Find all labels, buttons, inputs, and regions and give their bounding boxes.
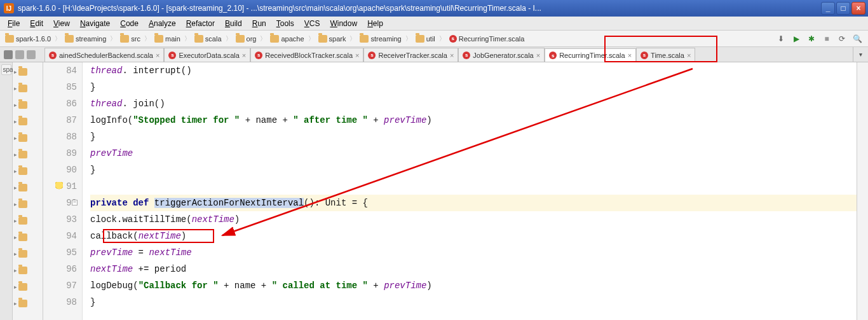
tree-row[interactable]: ▸	[13, 179, 43, 196]
tab-overflow-button[interactable]	[853, 47, 868, 62]
breadcrumb-label: streaming	[76, 35, 106, 43]
breadcrumb-streaming[interactable]: streaming	[62, 32, 109, 45]
tree-row[interactable]: ▸	[13, 295, 43, 312]
breadcrumb-label: spark-1.6.0	[16, 35, 51, 43]
breadcrumb-recurringtimer-scala[interactable]: sRecurringTimer.scala	[447, 32, 527, 45]
close-icon[interactable]: ×	[628, 52, 632, 59]
tree-row[interactable]: ▸	[13, 64, 43, 80]
code-line[interactable]: prevTime	[90, 145, 857, 162]
tree-row[interactable]: ▸	[13, 163, 43, 179]
project-tree[interactable]: ▸▸▸▸▸▸▸▸▸▸▸▸▸▸▸	[13, 62, 43, 320]
tab-ainedschedulerbackend-scala[interactable]: sainedSchedulerBackend.scala×	[44, 48, 164, 62]
breadcrumb: spark-1.6.0〉streaming〉src〉main〉scala〉org…	[3, 32, 775, 45]
code-line[interactable]: }	[90, 79, 857, 95]
tab-label: ainedSchedulerBackend.scala	[59, 52, 153, 59]
code-line[interactable]: clock.waitTillTime(nextTime)	[90, 211, 857, 228]
folder-icon	[18, 267, 27, 274]
menu-view[interactable]: View	[48, 17, 75, 30]
debug-button[interactable]: ✱	[806, 33, 817, 45]
menu-window[interactable]: Window	[325, 17, 362, 30]
tree-row[interactable]: ▸	[13, 113, 43, 130]
close-icon[interactable]: ×	[156, 52, 159, 59]
project-tool-icon[interactable]	[4, 50, 13, 59]
tab-time-scala[interactable]: sTime.scala×	[636, 48, 695, 62]
maximize-button[interactable]	[836, 2, 850, 15]
fold-toggle-icon[interactable]: −	[72, 200, 78, 205]
breadcrumb-spark[interactable]: spark	[316, 32, 349, 45]
close-icon[interactable]: ×	[536, 52, 540, 59]
expand-arrow-icon: ▸	[14, 234, 17, 240]
tree-row[interactable]: ▸	[13, 229, 43, 246]
menu-navigate[interactable]: Navigate	[75, 17, 115, 30]
breadcrumb-src[interactable]: src	[118, 32, 143, 45]
favorites-tool-icon[interactable]	[27, 50, 36, 59]
scala-file-icon: s	[368, 52, 376, 59]
tree-row[interactable]: ▸	[13, 279, 43, 295]
code-line[interactable]: thread. interrupt()	[90, 62, 857, 79]
code-editor[interactable]: 848586878889909192−939495969798 thread. …	[43, 62, 857, 320]
code-line[interactable]: nextTime += period	[90, 261, 857, 277]
breadcrumb-streaming[interactable]: streaming	[357, 32, 403, 45]
breadcrumb-scala[interactable]: scala	[192, 32, 224, 45]
close-icon[interactable]: ×	[355, 52, 359, 59]
menu-code[interactable]: Code	[115, 17, 144, 30]
tab-jobgenerator-scala[interactable]: sJobGenerator.scala×	[458, 48, 545, 62]
close-icon[interactable]: ×	[450, 52, 454, 59]
code-line[interactable]: private def triggerActionForNextInterval…	[90, 195, 857, 211]
tree-row[interactable]: ▸	[13, 246, 43, 262]
structure-tool-icon[interactable]	[15, 50, 24, 59]
breadcrumb-util[interactable]: util	[413, 32, 438, 45]
minimize-button[interactable]	[821, 2, 835, 15]
menu-analyze[interactable]: Analyze	[144, 17, 181, 30]
tab-recurringtimer-scala[interactable]: sRecurringTimer.scala×	[545, 48, 636, 62]
breadcrumb-org[interactable]: org	[233, 32, 259, 45]
code-line[interactable]	[90, 178, 857, 195]
tree-row[interactable]: ▸	[13, 130, 43, 146]
tree-row[interactable]: ▸	[13, 146, 43, 163]
menu-edit[interactable]: Edit	[25, 17, 48, 30]
line-number: 93	[43, 211, 77, 228]
code-line[interactable]: }	[90, 162, 857, 178]
code-line[interactable]: logDebug("Callback for " + name + " call…	[90, 277, 857, 294]
code-line[interactable]: thread. join()	[90, 95, 857, 112]
build-button[interactable]: ⬇	[775, 33, 787, 45]
update-button[interactable]: ⟳	[836, 33, 848, 45]
code-content[interactable]: thread. interrupt() } thread. join() log…	[83, 62, 857, 320]
tree-row[interactable]: ▸	[13, 80, 43, 97]
menu-run[interactable]: Run	[247, 17, 271, 30]
search-button[interactable]: 🔍	[851, 33, 863, 45]
run-button[interactable]: ▶	[790, 33, 802, 45]
tree-row[interactable]: ▸	[13, 212, 43, 229]
tab-receivedblocktracker-scala[interactable]: sReceivedBlockTracker.scala×	[250, 48, 363, 62]
menu-file[interactable]: File	[3, 17, 25, 30]
stop-button[interactable]: ■	[821, 33, 832, 45]
code-line[interactable]: prevTime = nextTime	[90, 244, 857, 261]
menu-vcs[interactable]: VCS	[299, 17, 325, 30]
expand-arrow-icon: ▸	[14, 168, 17, 174]
chevron-right-icon: 〉	[259, 34, 268, 43]
code-line[interactable]: }	[90, 294, 857, 310]
breadcrumb-spark-1-6-0[interactable]: spark-1.6.0	[3, 32, 53, 45]
close-icon[interactable]: ×	[687, 52, 691, 59]
menu-build[interactable]: Build	[220, 17, 247, 30]
close-window-button[interactable]	[851, 2, 865, 15]
menu-tools[interactable]: Tools	[271, 17, 299, 30]
code-line[interactable]: callback(nextTime)	[90, 228, 857, 244]
close-icon[interactable]: ×	[242, 52, 246, 59]
breadcrumb-apache[interactable]: apache	[268, 32, 306, 45]
tree-row[interactable]: ▸	[13, 196, 43, 212]
folder-icon	[154, 35, 163, 43]
line-number: 94	[43, 228, 77, 244]
left-rail-label[interactable]: spa	[1, 64, 11, 75]
menu-refactor[interactable]: Refactor	[181, 17, 220, 30]
tab-receivertracker-scala[interactable]: sReceiverTracker.scala×	[363, 48, 458, 62]
code-line[interactable]: }	[90, 129, 857, 145]
breadcrumb-main[interactable]: main	[152, 32, 183, 45]
lightbulb-icon[interactable]	[55, 182, 63, 191]
menu-help[interactable]: Help	[362, 17, 388, 30]
tree-row[interactable]: ▸	[13, 262, 43, 279]
tab-executordata-scala[interactable]: sExecutorData.scala×	[164, 48, 250, 62]
tree-row[interactable]: ▸	[13, 97, 43, 113]
toolbar: spark-1.6.0〉streaming〉src〉main〉scala〉org…	[0, 31, 868, 47]
code-line[interactable]: logInfo("Stopped timer for " + name + " …	[90, 112, 857, 129]
